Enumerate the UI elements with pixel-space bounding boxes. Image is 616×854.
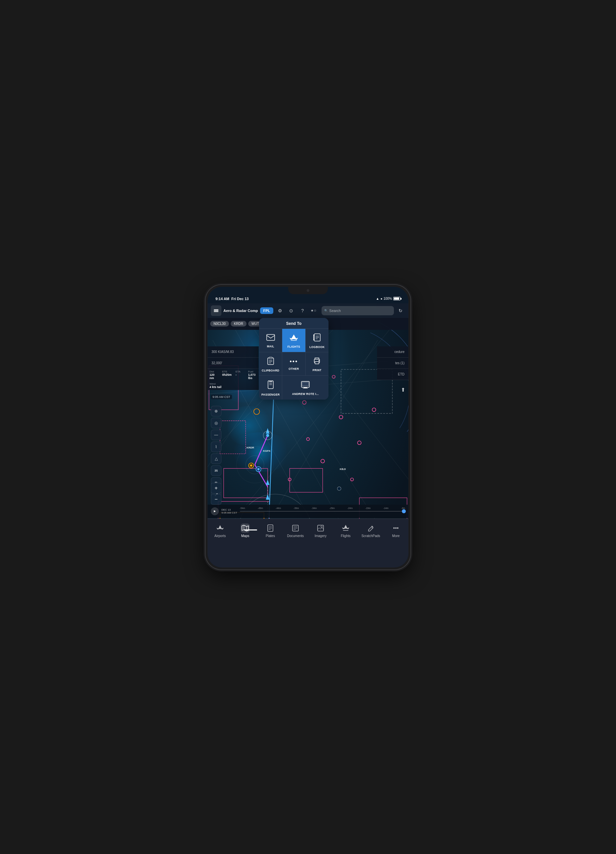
terrain-button[interactable]: △ [211,453,221,464]
more-tab-icon: ••• [391,523,401,533]
airports-tab-label: Airports [215,534,226,538]
send-to-clipboard[interactable]: CLIPBOARD [259,352,282,375]
flights-tab-icon [341,523,350,533]
svg-point-49 [258,468,260,470]
send-to-logbook[interactable]: LOGBOOK [306,329,328,352]
send-to-mail[interactable]: MAIL [259,329,282,352]
speed-row: 300 KIAS/M.83 [207,346,259,358]
stats-bar: Dist 120 nm ETE 0h25m ETA - Fuel 1,073 l… [207,369,259,390]
tab-plates[interactable]: Plates [258,522,283,539]
clipboard-label: CLIPBOARD [262,369,279,372]
battery-icon [393,297,401,300]
tab-scratchpads[interactable]: ScratchPads [358,522,383,539]
send-to-panel[interactable]: Send To MAIL [259,318,328,400]
send-to-header: Send To [259,318,328,329]
svg-rect-1 [214,310,218,311]
dist-stat: Dist 120 nm [207,369,220,381]
right-info-bar: cedure tes (1) ETD [377,346,409,380]
flights-icon [290,334,298,343]
send-to-other[interactable]: ••• OTHER [282,352,305,375]
battery-label: 100% [383,297,392,300]
airports-tab-icon [215,523,225,533]
stats-row: Dist 120 nm ETE 0h25m ETA - Fuel 1,073 l… [207,369,259,381]
svg-point-41 [372,408,376,412]
svg-marker-29 [266,428,269,434]
tfr-button[interactable]: 35 [211,465,221,476]
svg-rect-66 [269,381,272,382]
svg-point-43 [254,409,260,415]
tab-flights[interactable]: Flights [333,522,358,539]
andrew-icon [301,381,310,390]
locate-button[interactable]: ⊕ [211,406,221,416]
help-button[interactable]: ? [298,306,307,315]
track-button[interactable]: ◎ [211,418,221,429]
speed-label: 300 KIAS/M.83 [212,350,234,354]
routes-row: tes (1) [377,358,409,369]
camera-dot [306,289,310,292]
imagery-tab-label: Imagery [315,534,326,538]
device-frame: 9:14 AM Fri Dec 13 ▲ ◂ 100% Aero & Rad [206,285,410,569]
tab-imagery[interactable]: Imagery [308,522,333,539]
svg-rect-2 [214,311,218,312]
refresh-button[interactable]: ↻ [396,306,405,315]
tab-active-indicator [244,529,257,531]
status-icons: ▲ ◂ 100% [376,297,401,300]
more-tab-label: More [392,534,400,538]
flights-tab-label: Flights [341,534,350,538]
altimeter-button[interactable]: ⌇ [211,442,221,452]
direction-button[interactable]: — [211,430,221,440]
favorites-button[interactable]: ★☆ [309,306,318,315]
fuel-stat: Fuel 1,073 lbs [246,369,259,381]
print-label: PRINT [313,369,322,372]
maps-tab-icon [241,523,250,533]
other-label: OTHER [288,367,299,371]
plates-tab-icon [266,523,275,533]
plates-tab-label: Plates [266,534,275,538]
route-chip-krdr[interactable]: KRDR [231,321,247,326]
tab-documents[interactable]: Documents [283,522,308,539]
route-chip-n0cl30[interactable]: N0CL30 [210,321,229,326]
layers-button[interactable] [211,305,221,316]
svg-rect-0 [214,310,218,310]
status-time: 9:14 AM Fri Dec 13 [215,297,249,301]
svg-rect-58 [269,357,272,358]
globe-button[interactable]: ⊙ [287,306,296,315]
timeline-play-button[interactable]: ▶ [211,507,219,515]
scratchpads-tab-icon [366,523,375,533]
send-to-print[interactable]: PRINT [306,352,328,375]
airport-label-kbji: KBJI [340,468,346,471]
svg-point-36 [302,401,306,404]
svg-rect-63 [315,361,319,364]
altitude-label: 32,000' [212,361,223,365]
fpl-button[interactable]: FPL [260,307,274,314]
eta-stat: ETA - [234,369,246,381]
send-to-flights[interactable]: FLIGHTS [282,329,305,352]
svg-point-37 [351,478,354,481]
timeline-track[interactable]: -54m -49m -44m -39m -34m -29m -24m -19m … [240,511,405,512]
search-field[interactable]: 🔍 Search [322,306,394,315]
zoom-out-button[interactable]: − [211,494,221,505]
share-button[interactable]: ⬆ [401,387,405,393]
timeline-position-dot [402,509,406,513]
zoom-in-button[interactable]: + [211,483,221,493]
tab-maps[interactable]: Maps [233,522,258,539]
tab-more[interactable]: ••• More [383,522,409,539]
clipboard-icon [267,357,274,367]
passenger-icon [267,380,274,391]
svg-point-42 [332,375,335,378]
svg-rect-70 [302,382,309,386]
settings-button[interactable]: ⚙ [275,306,285,315]
other-icon: ••• [290,358,298,365]
maps-tab-label: Maps [241,534,249,538]
ete-stat: ETE 0h25m [220,369,234,381]
send-to-passenger[interactable]: PASSENGER [259,376,282,400]
scratchpads-tab-label: ScratchPads [361,534,380,538]
svg-point-40 [358,441,361,445]
zoom-controls: + − [211,483,221,505]
send-to-andrew[interactable]: ANDREW ROTE I... [282,376,328,400]
svg-rect-19 [224,468,268,498]
print-icon [313,357,321,366]
tab-airports[interactable]: Airports [207,522,233,539]
wifi-icon: ▲ [376,297,380,300]
mail-label: MAIL [267,345,274,348]
